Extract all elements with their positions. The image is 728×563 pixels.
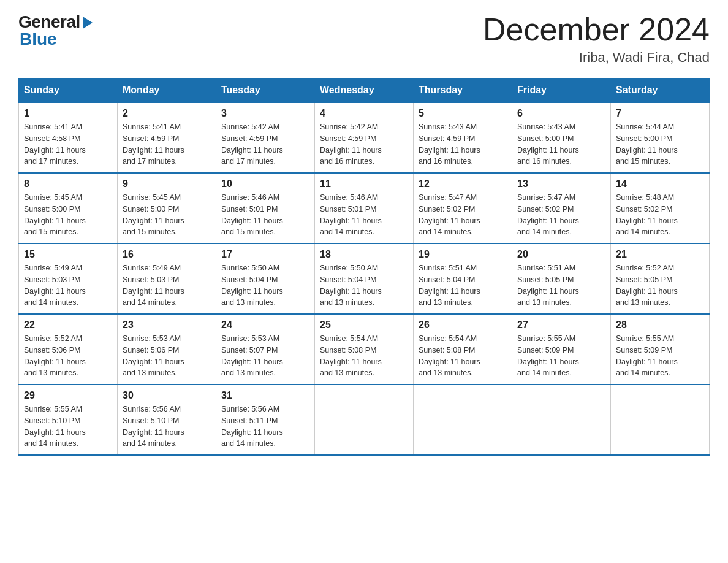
day-info: Sunrise: 5:50 AMSunset: 5:04 PMDaylight:… [320, 262, 408, 308]
logo: General Blue [18, 12, 93, 49]
day-number: 22 [24, 320, 112, 331]
day-number: 18 [320, 249, 408, 260]
calendar-cell: 7Sunrise: 5:44 AMSunset: 5:00 PMDaylight… [611, 102, 710, 173]
calendar-cell: 27Sunrise: 5:55 AMSunset: 5:09 PMDayligh… [512, 314, 611, 385]
calendar-cell: 11Sunrise: 5:46 AMSunset: 5:01 PMDayligh… [315, 173, 414, 243]
day-info: Sunrise: 5:48 AMSunset: 5:02 PMDaylight:… [616, 192, 704, 238]
calendar-week-row: 8Sunrise: 5:45 AMSunset: 5:00 PMDaylight… [19, 173, 710, 243]
day-info: Sunrise: 5:56 AMSunset: 5:10 PMDaylight:… [123, 404, 211, 450]
calendar-cell: 22Sunrise: 5:52 AMSunset: 5:06 PMDayligh… [19, 314, 118, 385]
title-section: December 2024 Iriba, Wadi Fira, Chad [483, 12, 710, 66]
calendar-cell: 9Sunrise: 5:45 AMSunset: 5:00 PMDaylight… [118, 173, 216, 243]
calendar-cell: 28Sunrise: 5:55 AMSunset: 5:09 PMDayligh… [611, 314, 710, 385]
day-number: 30 [123, 390, 211, 401]
calendar-cell: 30Sunrise: 5:56 AMSunset: 5:10 PMDayligh… [118, 385, 216, 455]
day-info: Sunrise: 5:42 AMSunset: 4:59 PMDaylight:… [221, 121, 309, 167]
day-number: 29 [24, 390, 112, 401]
column-header-sunday: Sunday [19, 79, 118, 103]
day-number: 14 [616, 178, 704, 190]
calendar-table: SundayMondayTuesdayWednesdayThursdayFrid… [18, 78, 710, 456]
calendar-cell: 3Sunrise: 5:42 AMSunset: 4:59 PMDaylight… [216, 102, 315, 173]
logo-arrow-icon [83, 17, 93, 29]
day-number: 28 [616, 320, 704, 331]
day-info: Sunrise: 5:51 AMSunset: 5:05 PMDaylight:… [517, 262, 605, 308]
day-info: Sunrise: 5:55 AMSunset: 5:09 PMDaylight:… [616, 333, 704, 379]
calendar-cell: 19Sunrise: 5:51 AMSunset: 5:04 PMDayligh… [414, 243, 512, 314]
calendar-cell: 5Sunrise: 5:43 AMSunset: 4:59 PMDaylight… [414, 102, 512, 173]
day-number: 7 [616, 108, 704, 119]
day-number: 5 [419, 108, 507, 119]
column-header-tuesday: Tuesday [216, 79, 315, 103]
calendar-cell: 14Sunrise: 5:48 AMSunset: 5:02 PMDayligh… [611, 173, 710, 243]
day-info: Sunrise: 5:47 AMSunset: 5:02 PMDaylight:… [517, 192, 605, 238]
calendar-cell: 18Sunrise: 5:50 AMSunset: 5:04 PMDayligh… [315, 243, 414, 314]
day-info: Sunrise: 5:55 AMSunset: 5:09 PMDaylight:… [517, 333, 605, 379]
day-info: Sunrise: 5:43 AMSunset: 5:00 PMDaylight:… [517, 121, 605, 167]
day-number: 24 [221, 320, 309, 331]
calendar-cell: 29Sunrise: 5:55 AMSunset: 5:10 PMDayligh… [19, 385, 118, 455]
calendar-week-row: 22Sunrise: 5:52 AMSunset: 5:06 PMDayligh… [19, 314, 710, 385]
calendar-cell: 10Sunrise: 5:46 AMSunset: 5:01 PMDayligh… [216, 173, 315, 243]
logo-blue-text: Blue [20, 29, 57, 49]
day-info: Sunrise: 5:46 AMSunset: 5:01 PMDaylight:… [320, 192, 408, 238]
day-info: Sunrise: 5:43 AMSunset: 4:59 PMDaylight:… [419, 121, 507, 167]
day-info: Sunrise: 5:50 AMSunset: 5:04 PMDaylight:… [221, 262, 309, 308]
day-number: 9 [123, 178, 211, 190]
calendar-cell: 23Sunrise: 5:53 AMSunset: 5:06 PMDayligh… [118, 314, 216, 385]
day-info: Sunrise: 5:54 AMSunset: 5:08 PMDaylight:… [320, 333, 408, 379]
calendar-header-row: SundayMondayTuesdayWednesdayThursdayFrid… [19, 79, 710, 103]
day-info: Sunrise: 5:45 AMSunset: 5:00 PMDaylight:… [123, 192, 211, 238]
day-number: 25 [320, 320, 408, 331]
calendar-cell: 31Sunrise: 5:56 AMSunset: 5:11 PMDayligh… [216, 385, 315, 455]
day-number: 16 [123, 249, 211, 260]
calendar-cell: 26Sunrise: 5:54 AMSunset: 5:08 PMDayligh… [414, 314, 512, 385]
calendar-cell: 12Sunrise: 5:47 AMSunset: 5:02 PMDayligh… [414, 173, 512, 243]
day-info: Sunrise: 5:49 AMSunset: 5:03 PMDaylight:… [123, 262, 211, 308]
calendar-cell: 6Sunrise: 5:43 AMSunset: 5:00 PMDaylight… [512, 102, 611, 173]
day-info: Sunrise: 5:49 AMSunset: 5:03 PMDaylight:… [24, 262, 112, 308]
calendar-cell: 4Sunrise: 5:42 AMSunset: 4:59 PMDaylight… [315, 102, 414, 173]
column-header-monday: Monday [118, 79, 216, 103]
calendar-cell [414, 385, 512, 455]
day-number: 12 [419, 178, 507, 190]
calendar-cell [611, 385, 710, 455]
day-number: 17 [221, 249, 309, 260]
day-info: Sunrise: 5:42 AMSunset: 4:59 PMDaylight:… [320, 121, 408, 167]
calendar-cell: 17Sunrise: 5:50 AMSunset: 5:04 PMDayligh… [216, 243, 315, 314]
day-info: Sunrise: 5:52 AMSunset: 5:06 PMDaylight:… [24, 333, 112, 379]
day-number: 15 [24, 249, 112, 260]
day-number: 20 [517, 249, 605, 260]
column-header-wednesday: Wednesday [315, 79, 414, 103]
calendar-week-row: 1Sunrise: 5:41 AMSunset: 4:58 PMDaylight… [19, 102, 710, 173]
calendar-cell: 15Sunrise: 5:49 AMSunset: 5:03 PMDayligh… [19, 243, 118, 314]
day-number: 2 [123, 108, 211, 119]
day-info: Sunrise: 5:53 AMSunset: 5:06 PMDaylight:… [123, 333, 211, 379]
day-number: 8 [24, 178, 112, 190]
calendar-cell: 21Sunrise: 5:52 AMSunset: 5:05 PMDayligh… [611, 243, 710, 314]
day-info: Sunrise: 5:44 AMSunset: 5:00 PMDaylight:… [616, 121, 704, 167]
day-info: Sunrise: 5:47 AMSunset: 5:02 PMDaylight:… [419, 192, 507, 238]
day-info: Sunrise: 5:55 AMSunset: 5:10 PMDaylight:… [24, 404, 112, 450]
day-number: 21 [616, 249, 704, 260]
day-number: 31 [221, 390, 309, 401]
month-title: December 2024 [483, 12, 710, 47]
calendar-cell: 20Sunrise: 5:51 AMSunset: 5:05 PMDayligh… [512, 243, 611, 314]
day-number: 3 [221, 108, 309, 119]
day-info: Sunrise: 5:51 AMSunset: 5:04 PMDaylight:… [419, 262, 507, 308]
day-number: 26 [419, 320, 507, 331]
day-info: Sunrise: 5:45 AMSunset: 5:00 PMDaylight:… [24, 192, 112, 238]
day-info: Sunrise: 5:56 AMSunset: 5:11 PMDaylight:… [221, 404, 309, 450]
calendar-cell: 25Sunrise: 5:54 AMSunset: 5:08 PMDayligh… [315, 314, 414, 385]
calendar-cell: 8Sunrise: 5:45 AMSunset: 5:00 PMDaylight… [19, 173, 118, 243]
calendar-cell: 16Sunrise: 5:49 AMSunset: 5:03 PMDayligh… [118, 243, 216, 314]
day-number: 23 [123, 320, 211, 331]
calendar-cell: 13Sunrise: 5:47 AMSunset: 5:02 PMDayligh… [512, 173, 611, 243]
calendar-week-row: 29Sunrise: 5:55 AMSunset: 5:10 PMDayligh… [19, 385, 710, 455]
calendar-cell: 24Sunrise: 5:53 AMSunset: 5:07 PMDayligh… [216, 314, 315, 385]
day-info: Sunrise: 5:54 AMSunset: 5:08 PMDaylight:… [419, 333, 507, 379]
column-header-thursday: Thursday [414, 79, 512, 103]
calendar-cell: 2Sunrise: 5:41 AMSunset: 4:59 PMDaylight… [118, 102, 216, 173]
column-header-friday: Friday [512, 79, 611, 103]
calendar-cell [315, 385, 414, 455]
page-header: General Blue December 2024 Iriba, Wadi F… [18, 12, 710, 66]
